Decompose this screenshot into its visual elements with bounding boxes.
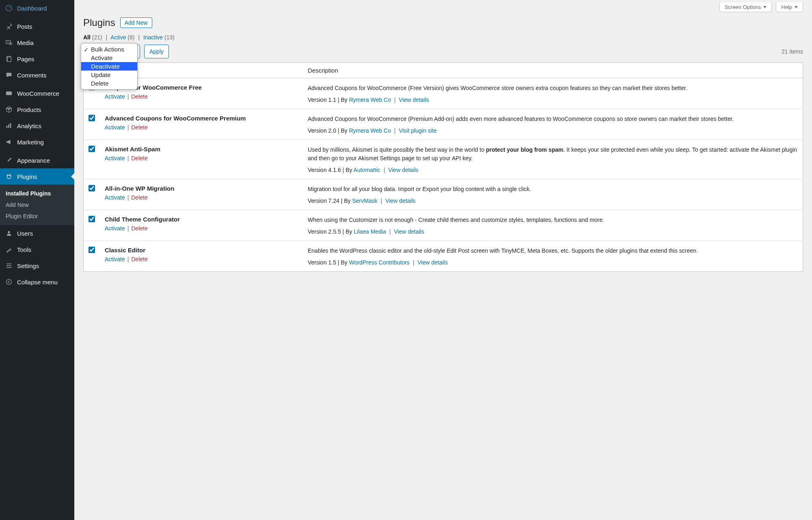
sidebar-label: Media — [17, 39, 34, 46]
details-link[interactable]: View details — [388, 167, 418, 173]
row-actions: Activate | Delete — [105, 93, 298, 100]
plugin-meta: Version 2.5.5 | By Lilaea Media | View d… — [308, 228, 798, 235]
sidebar-item-posts[interactable]: Posts — [0, 18, 74, 34]
delete-link[interactable]: Delete — [131, 194, 147, 201]
sidebar-label: WooCommerce — [17, 90, 59, 97]
submenu-installed-plugins[interactable]: Installed Plugins — [0, 188, 74, 199]
table-row: All-in-One WP MigrationActivate | Delete… — [84, 179, 803, 210]
submenu-add-new[interactable]: Add New — [0, 199, 74, 211]
svg-rect-4 — [7, 57, 11, 62]
author-link[interactable]: Rymera Web Co — [349, 127, 391, 134]
plugin-name: Akismet Anti-Spam — [105, 146, 298, 153]
chart-icon — [5, 122, 13, 130]
row-checkbox[interactable] — [89, 247, 95, 253]
apply-button[interactable]: Apply — [144, 45, 169, 58]
sidebar-item-woocommerce[interactable]: WooCommerce — [0, 85, 74, 101]
activate-link[interactable]: Activate — [105, 225, 125, 232]
sidebar-label: Tools — [17, 246, 31, 253]
sidebar-item-plugins[interactable]: Plugins — [0, 168, 74, 185]
add-new-button[interactable]: Add New — [120, 17, 152, 28]
help-button[interactable]: Help — [776, 2, 803, 12]
dashboard-icon — [5, 4, 13, 12]
plugin-name: Classic Editor — [105, 247, 298, 254]
plugin-meta: Version 2.0 | By Rymera Web Co | Visit p… — [308, 127, 798, 134]
row-checkbox[interactable] — [89, 185, 95, 191]
svg-point-11 — [7, 265, 9, 266]
delete-link[interactable]: Delete — [131, 93, 147, 100]
filter-all[interactable]: All (21) — [83, 34, 102, 41]
row-checkbox[interactable] — [89, 216, 95, 222]
row-checkbox[interactable] — [89, 115, 95, 121]
plugin-meta: Version 1.1 | By Rymera Web Co | View de… — [308, 97, 798, 103]
author-link[interactable]: Rymera Web Co — [349, 97, 391, 103]
sidebar-item-products[interactable]: Products — [0, 101, 74, 118]
sidebar-item-marketing[interactable]: Marketing — [0, 134, 74, 150]
row-actions: Activate | Delete — [105, 225, 298, 232]
page-title: Plugins — [83, 17, 115, 28]
sidebar-item-media[interactable]: Media — [0, 34, 74, 51]
plugin-description: Migration tool for all your blog data. I… — [308, 185, 798, 193]
svg-rect-5 — [6, 92, 12, 95]
collapse-icon — [5, 278, 13, 286]
sidebar-item-users[interactable]: Users — [0, 225, 74, 241]
svg-rect-8 — [10, 123, 11, 128]
details-link[interactable]: View details — [394, 228, 424, 235]
details-link[interactable]: Visit plugin site — [399, 127, 436, 134]
bulk-option-deactivate[interactable]: Deactivate — [81, 62, 137, 71]
megaphone-icon — [5, 138, 13, 146]
sidebar-item-analytics[interactable]: Analytics — [0, 118, 74, 134]
author-link[interactable]: Automattic — [354, 167, 380, 173]
delete-link[interactable]: Delete — [131, 256, 147, 262]
plugin-meta: Version 4.1.6 | By Automattic | View det… — [308, 167, 798, 173]
plugin-description: When using the Customizer is not enough … — [308, 216, 798, 224]
screen-options-label: Screen Options — [725, 4, 761, 10]
box-icon — [5, 105, 13, 114]
author-link[interactable]: WordPress Contributors — [349, 259, 410, 266]
activate-link[interactable]: Activate — [105, 256, 125, 262]
row-actions: Activate | Delete — [105, 124, 298, 131]
filter-inactive[interactable]: Inactive (13) — [143, 34, 175, 41]
admin-sidebar: Dashboard Posts Media Pages Comments Woo… — [0, 0, 74, 520]
activate-link[interactable]: Activate — [105, 124, 125, 131]
svg-point-13 — [6, 279, 12, 285]
sidebar-item-tools[interactable]: Tools — [0, 241, 74, 258]
svg-point-10 — [9, 263, 11, 264]
delete-link[interactable]: Delete — [131, 225, 147, 232]
brush-icon — [5, 156, 13, 164]
sidebar-label: Users — [17, 230, 33, 237]
bulk-option-bulk-actions[interactable]: ✓Bulk Actions — [81, 45, 137, 54]
column-description[interactable]: Description — [303, 63, 803, 78]
sidebar-label: Collapse menu — [17, 279, 58, 286]
bulk-option-update[interactable]: Update — [81, 71, 137, 79]
sidebar-item-pages[interactable]: Pages — [0, 51, 74, 67]
sidebar-item-settings[interactable]: Settings — [0, 258, 74, 274]
details-link[interactable]: View details — [385, 198, 415, 204]
author-link[interactable]: ServMask — [352, 198, 377, 204]
sidebar-label: Plugins — [17, 173, 37, 180]
row-checkbox[interactable] — [89, 146, 95, 152]
activate-link[interactable]: Activate — [105, 155, 125, 161]
bulk-option-activate[interactable]: Activate — [81, 54, 137, 62]
activate-link[interactable]: Activate — [105, 93, 125, 100]
activate-link[interactable]: Activate — [105, 194, 125, 201]
plugin-name: Child Theme Configurator — [105, 216, 298, 223]
details-link[interactable]: View details — [417, 259, 447, 266]
table-row: Advanced Coupons for WooCommerce Premium… — [84, 109, 803, 140]
sidebar-label: Analytics — [17, 122, 41, 129]
table-row: Classic EditorActivate | DeleteEnables t… — [84, 241, 803, 272]
sliders-icon — [5, 262, 13, 270]
screen-options-button[interactable]: Screen Options — [719, 2, 772, 12]
plugin-name: All-in-One WP Migration — [105, 185, 298, 192]
sidebar-item-comments[interactable]: Comments — [0, 67, 74, 83]
submenu-plugin-editor[interactable]: Plugin Editor — [0, 211, 74, 222]
filter-active[interactable]: Active (8) — [110, 34, 134, 41]
table-row: Akismet Anti-SpamActivate | DeleteUsed b… — [84, 140, 803, 179]
sidebar-item-appearance[interactable]: Appearance — [0, 152, 74, 168]
delete-link[interactable]: Delete — [131, 155, 147, 161]
details-link[interactable]: View details — [399, 97, 429, 103]
author-link[interactable]: Lilaea Media — [354, 228, 386, 235]
bulk-option-delete[interactable]: Delete — [81, 79, 137, 88]
sidebar-collapse[interactable]: Collapse menu — [0, 274, 74, 290]
sidebar-item-dashboard[interactable]: Dashboard — [0, 0, 74, 16]
delete-link[interactable]: Delete — [131, 124, 147, 131]
